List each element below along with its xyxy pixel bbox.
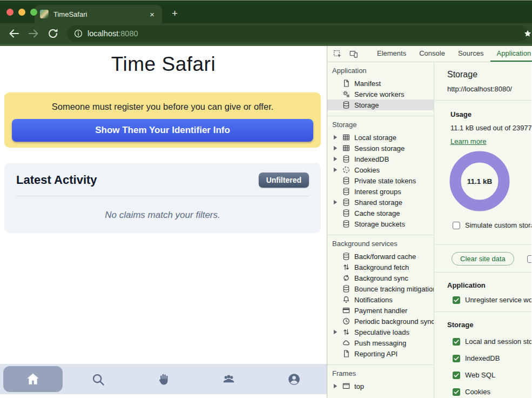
sidebar-item-label: Push messaging	[354, 339, 406, 347]
nav-home[interactable]	[0, 364, 65, 394]
tab-title: TimeSafari	[53, 10, 147, 18]
expand-arrow-icon[interactable]	[334, 146, 337, 150]
clear-site-data-row: Clear site data including third-party co…	[434, 245, 531, 272]
cookies-label[interactable]: Cookies	[465, 388, 490, 396]
traffic-lights	[6, 9, 37, 16]
show-identifier-info-button[interactable]: Show Them Your Identifier Info	[12, 119, 313, 142]
sidebar-item-local-storage[interactable]: Local storage	[327, 132, 434, 143]
reload-icon[interactable]	[46, 27, 59, 40]
unregister-sw-label[interactable]: Unregister service workers	[465, 296, 531, 304]
nav-contacts[interactable]	[196, 364, 261, 394]
nav-home-active-tile[interactable]	[3, 366, 63, 392]
device-toolbar-icon[interactable]	[349, 49, 359, 59]
sidebar-item-label: Payment handler	[354, 307, 407, 315]
sidebar-item-label: Service workers	[354, 90, 404, 98]
table-icon	[342, 133, 351, 142]
sidebar-item-cookies[interactable]: Cookies	[327, 164, 434, 175]
credit-card-icon	[342, 306, 351, 315]
sidebar-item-interest-groups[interactable]: Interest groups	[327, 186, 434, 197]
expand-arrow-icon[interactable]	[334, 330, 337, 334]
expand-arrow-icon[interactable]	[334, 135, 337, 140]
simulate-storage-checkbox[interactable]	[453, 222, 460, 229]
database-icon	[342, 220, 351, 228]
sidebar-item-top-frame[interactable]: top	[327, 381, 434, 392]
simulate-storage-label[interactable]: Simulate custom storage	[465, 221, 531, 229]
expand-arrow-icon[interactable]	[334, 168, 337, 172]
tab-close-icon[interactable]: ×	[147, 9, 157, 19]
sidebar-item-background-fetch[interactable]: Background fetch	[327, 262, 434, 273]
tab-elements[interactable]: Elements	[371, 46, 413, 62]
sidebar-item-manifest[interactable]: Manifest	[327, 78, 434, 89]
cookies-checkbox[interactable]	[453, 388, 460, 396]
include-cookies-checkbox[interactable]	[527, 255, 531, 263]
tab-console[interactable]: Console	[413, 46, 452, 62]
expand-arrow-icon[interactable]	[334, 384, 337, 388]
browser-tab[interactable]: TimeSafari ×	[35, 5, 162, 23]
maximize-window-button[interactable]	[30, 9, 37, 16]
sidebar-item-shared-storage[interactable]: Shared storage	[327, 197, 434, 208]
expand-arrow-icon[interactable]	[334, 157, 337, 161]
unfiltered-button[interactable]: Unfiltered	[259, 173, 309, 188]
sidebar-item-notifications[interactable]: Notifications	[327, 294, 434, 305]
learn-more-link[interactable]: Learn more	[450, 137, 486, 145]
bookmark-star-icon[interactable]	[523, 29, 532, 38]
section-background-services: Background services	[327, 240, 434, 248]
cookie-icon	[342, 165, 351, 174]
sidebar-item-service-workers[interactable]: Service workers	[327, 89, 434, 100]
site-info-icon[interactable]	[73, 29, 83, 38]
tab-sources[interactable]: Sources	[452, 46, 490, 62]
back-icon[interactable]	[8, 27, 21, 40]
sidebar-item-indexeddb[interactable]: IndexedDB	[327, 154, 434, 164]
nav-account[interactable]	[261, 364, 327, 394]
new-tab-button[interactable]: +	[172, 8, 178, 19]
include-cookies-row: including third-party cookies	[527, 255, 531, 263]
sidebar-item-label: top	[354, 382, 364, 390]
sidebar-item-background-sync[interactable]: Background sync	[327, 273, 434, 283]
sidebar-item-label: Private state tokens	[354, 177, 416, 185]
table-icon	[342, 144, 351, 152]
sidebar-item-cache-storage[interactable]: Cache storage	[327, 208, 434, 218]
local-session-storage-row: Local and session storage	[453, 337, 531, 346]
check-icon	[453, 389, 460, 395]
sidebar-item-speculative-loads[interactable]: Speculative loads	[327, 327, 434, 337]
sidebar-item-reporting-api[interactable]: Reporting API	[327, 348, 434, 359]
simulate-storage-row: Simulate custom storage	[453, 221, 531, 229]
address-bar[interactable]: localhost:8080	[67, 25, 528, 42]
sidebar-item-label: Background sync	[354, 274, 408, 282]
sidebar-item-periodic-background-sync[interactable]: Periodic background sync	[327, 316, 434, 327]
web-sql-checkbox[interactable]	[453, 372, 460, 379]
web-sql-label[interactable]: Web SQL	[465, 371, 495, 379]
pane-divider	[434, 100, 531, 101]
sidebar-item-label: Cookies	[354, 166, 380, 174]
local-session-storage-label[interactable]: Local and session storage	[465, 337, 531, 346]
indexeddb-label[interactable]: IndexedDB	[465, 354, 500, 362]
sidebar-item-label: Notifications	[354, 296, 393, 304]
cookies-row: Cookies	[453, 388, 531, 396]
section-frames: Frames	[327, 369, 434, 377]
expand-arrow-icon[interactable]	[334, 200, 337, 204]
unregister-sw-checkbox[interactable]	[453, 296, 460, 304]
sidebar-item-label: Bounce tracking mitigations	[354, 285, 434, 293]
browser-toolbar: localhost:8080	[0, 23, 532, 44]
nav-projects[interactable]	[131, 364, 196, 394]
sidebar-item-bounce-tracking[interactable]: Bounce tracking mitigations	[327, 283, 434, 294]
clear-site-data-button[interactable]: Clear site data	[452, 252, 514, 266]
minimize-window-button[interactable]	[18, 9, 25, 16]
forward-icon[interactable]	[27, 27, 40, 40]
sidebar-item-label: Session storage	[354, 144, 405, 152]
web-sql-row: Web SQL	[453, 371, 531, 379]
sidebar-item-back-forward-cache[interactable]: Back/forward cache	[327, 251, 434, 262]
sidebar-item-storage[interactable]: Storage	[327, 100, 434, 110]
nav-discover[interactable]	[65, 364, 131, 394]
tab-application[interactable]: Application	[490, 46, 532, 62]
database-icon	[342, 187, 351, 196]
close-window-button[interactable]	[6, 9, 14, 16]
sidebar-item-payment-handler[interactable]: Payment handler	[327, 305, 434, 316]
sidebar-item-private-state-tokens[interactable]: Private state tokens	[327, 175, 434, 186]
sidebar-item-session-storage[interactable]: Session storage	[327, 143, 434, 154]
indexeddb-checkbox[interactable]	[453, 355, 460, 362]
local-session-storage-checkbox[interactable]	[453, 338, 460, 346]
inspect-element-icon[interactable]	[333, 49, 342, 59]
sidebar-item-storage-buckets[interactable]: Storage buckets	[327, 218, 434, 229]
sidebar-item-push-messaging[interactable]: Push messaging	[327, 337, 434, 348]
